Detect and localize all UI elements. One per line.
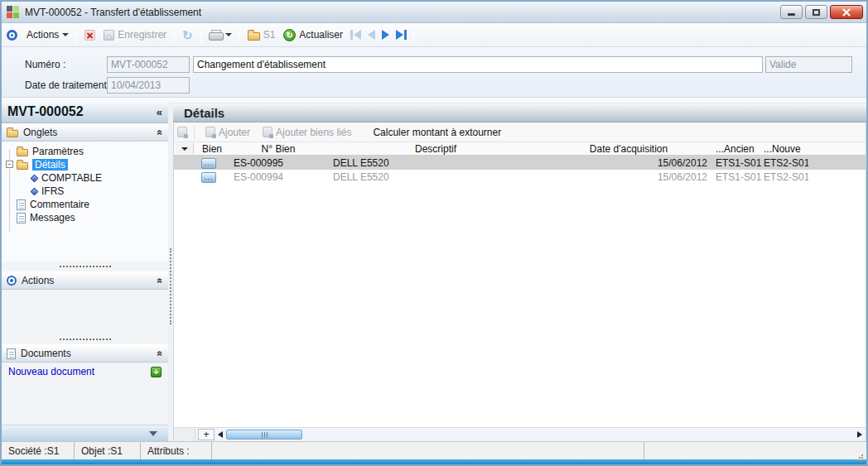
bien-lookup-button[interactable]: ... bbox=[201, 158, 216, 169]
add-linked-assets-icon bbox=[263, 127, 272, 137]
navigation-tree: Paramètres − Détails COMPTABLE IFRS bbox=[2, 142, 168, 262]
actions-section-body bbox=[2, 290, 168, 334]
add-document-button[interactable]: + bbox=[151, 367, 162, 377]
nav-next-button[interactable] bbox=[382, 30, 389, 40]
tree-item-ifrs[interactable]: IFRS bbox=[2, 185, 168, 198]
tree-item-details[interactable]: − Détails bbox=[2, 158, 168, 171]
tree-item-parametres[interactable]: Paramètres bbox=[2, 145, 168, 158]
status-grip-panel bbox=[644, 442, 866, 459]
scroll-down-icon[interactable] bbox=[149, 431, 157, 436]
splitter-handle[interactable] bbox=[2, 334, 168, 344]
resize-grip-icon[interactable] bbox=[861, 454, 863, 456]
tree-item-messages[interactable]: Messages bbox=[2, 211, 168, 224]
column-header-bien[interactable]: Bien bbox=[195, 143, 229, 155]
actions-target-icon bbox=[7, 30, 17, 41]
ajouter-button[interactable]: Ajouter bbox=[201, 125, 254, 140]
nouveau-document-link[interactable]: Nouveau document bbox=[8, 366, 94, 377]
nav-last-icon bbox=[396, 30, 403, 40]
scroll-left-button[interactable] bbox=[215, 429, 226, 440]
table-row[interactable]: ... ES-000994 DELL E5520 15/06/2012 ETS1… bbox=[174, 170, 866, 184]
tree-item-label: Messages bbox=[30, 212, 75, 223]
nav-previous-button[interactable] bbox=[368, 30, 375, 40]
scrollbar-corner bbox=[174, 428, 195, 441]
date-acquisition-cell: 15/06/2012 bbox=[543, 171, 714, 183]
section-header-actions[interactable]: Actions « bbox=[2, 271, 168, 290]
scroll-right-icon bbox=[857, 431, 862, 438]
restore-button[interactable] bbox=[805, 5, 827, 19]
section-header-onglets[interactable]: Onglets « bbox=[2, 123, 168, 142]
splitter-handle[interactable] bbox=[2, 262, 168, 271]
title-bar: MVT-000052 - Transfert d'établissement bbox=[2, 2, 866, 23]
app-window: MVT-000052 - Transfert d'établissement A… bbox=[0, 0, 868, 466]
table-row[interactable]: ... ES-000995 DELL E5520 15/06/2012 ETS1… bbox=[174, 156, 866, 170]
date-traitement-field bbox=[107, 77, 190, 94]
nouveau-cell: ETS2-S01 bbox=[762, 157, 808, 169]
onglets-label: Onglets bbox=[23, 127, 57, 138]
date-traitement-label: Date de traitement : bbox=[25, 79, 112, 91]
sidebar-bottom-bar bbox=[2, 425, 168, 441]
folder-icon bbox=[248, 32, 260, 41]
nav-last-button[interactable] bbox=[396, 30, 407, 40]
column-header-descriptif[interactable]: Descriptif bbox=[328, 143, 543, 155]
grid-add-button[interactable]: + bbox=[198, 429, 215, 440]
details-panel: Détails Ajouter Ajouter biens liés Calcu… bbox=[173, 103, 866, 441]
chevron-up-icon[interactable]: « bbox=[155, 351, 166, 357]
close-button[interactable] bbox=[830, 5, 863, 19]
save-button[interactable]: Enregistrer bbox=[99, 27, 171, 42]
diamond-icon bbox=[31, 174, 39, 182]
section-header-documents[interactable]: Documents « bbox=[2, 344, 168, 363]
scrollbar-thumb[interactable] bbox=[226, 430, 302, 440]
column-header-nouveau[interactable]: ...Nouve bbox=[762, 143, 808, 155]
print-button[interactable] bbox=[205, 28, 236, 42]
calculer-montant-button[interactable]: Calculer montant à extourner bbox=[373, 127, 501, 138]
company-button[interactable]: S1 bbox=[244, 27, 280, 42]
folder-icon bbox=[7, 130, 18, 137]
designation-field[interactable] bbox=[193, 56, 763, 73]
tree-item-label: Commentaire bbox=[30, 199, 89, 210]
detach-icon[interactable] bbox=[177, 127, 187, 137]
actions-menu-button[interactable]: Actions bbox=[22, 27, 73, 42]
refresh-button[interactable]: ↻ bbox=[178, 28, 197, 42]
minimize-button[interactable] bbox=[780, 5, 803, 19]
ancien-cell: ETS1-S01 bbox=[714, 157, 762, 169]
status-objet: Objet :S1 bbox=[75, 442, 141, 459]
window-bottom-edge bbox=[2, 459, 866, 464]
tree-item-commentaire[interactable]: Commentaire bbox=[2, 198, 168, 211]
actualiser-button[interactable]: ↻ Actualiser bbox=[279, 27, 347, 43]
column-header-no-bien[interactable]: N° Bien bbox=[229, 143, 328, 155]
column-header-date-acquisition[interactable]: Date d'acquisition bbox=[543, 143, 714, 155]
chevron-up-icon[interactable]: « bbox=[155, 130, 166, 136]
sidebar-collapse-button[interactable]: « bbox=[157, 106, 162, 118]
splitter-dots bbox=[60, 266, 111, 267]
sidebar-filler bbox=[2, 381, 168, 425]
chevron-up-icon[interactable]: « bbox=[155, 278, 166, 284]
ajouter-biens-lies-label: Ajouter biens liés bbox=[276, 127, 351, 138]
date-acquisition-cell: 15/06/2012 bbox=[543, 157, 714, 169]
nav-first-button[interactable] bbox=[350, 30, 361, 40]
bien-cell: ... bbox=[195, 171, 229, 183]
tree-item-comptable[interactable]: COMPTABLE bbox=[2, 171, 168, 185]
num-bien-cell: ES-000995 bbox=[229, 157, 328, 169]
nav-next-icon bbox=[382, 30, 389, 40]
bien-cell: ... bbox=[195, 156, 229, 169]
toolbar-separator bbox=[239, 27, 240, 43]
bien-lookup-button[interactable]: ... bbox=[201, 172, 216, 183]
printer-icon bbox=[209, 30, 222, 41]
documents-section-label: Documents bbox=[21, 348, 71, 359]
toolbar-separator bbox=[76, 27, 77, 43]
horizontal-scrollbar: + bbox=[174, 427, 866, 441]
tree-expander-icon[interactable]: − bbox=[6, 161, 13, 168]
open-folder-icon bbox=[17, 162, 28, 170]
scroll-right-button[interactable] bbox=[854, 429, 866, 440]
ajouter-biens-lies-button[interactable]: Ajouter biens liés bbox=[258, 125, 355, 140]
grid-dropdown-button[interactable] bbox=[176, 143, 194, 154]
folder-icon bbox=[17, 149, 28, 156]
status-empty-panel bbox=[212, 442, 644, 459]
ajouter-label: Ajouter bbox=[219, 127, 250, 138]
numero-label: Numéro : bbox=[25, 59, 65, 70]
grid-header-row: Bien N° Bien Descriptif Date d'acquisiti… bbox=[174, 142, 866, 156]
document-icon bbox=[17, 213, 26, 223]
delete-button[interactable] bbox=[80, 28, 99, 42]
nav-first-bar bbox=[350, 30, 353, 40]
column-header-ancien[interactable]: ...Ancien bbox=[714, 143, 762, 155]
